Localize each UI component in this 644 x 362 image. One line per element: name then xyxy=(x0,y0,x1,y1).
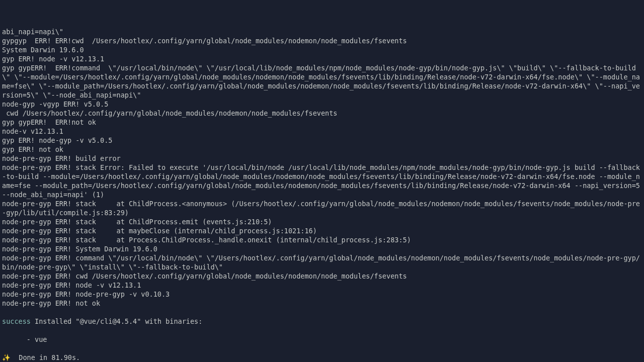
output-line: node-gyp -vgyp ERR! v5.0.5 xyxy=(2,100,642,109)
output-line: node-pre-gyp ERR! stack Error: Failed to… xyxy=(2,163,642,199)
output-line: gyp ERR! node -v v12.13.1 xyxy=(2,54,642,63)
output-line: node-pre-gyp ERR! stack at ChildProcess.… xyxy=(2,199,642,217)
success-message: Installed "@vue/cli@4.5.4" with binaries… xyxy=(31,317,202,325)
output-line: node-pre-gyp ERR! not ok xyxy=(2,299,642,308)
terminal-output[interactable]: abi_napi=napi\"gypgyp ERR! ERR!cwd /User… xyxy=(0,0,644,362)
output-line: node-pre-gyp ERR! node-pre-gyp -v v0.10.… xyxy=(2,290,642,299)
terminal-scrollback: abi_napi=napi\"gypgyp ERR! ERR!cwd /User… xyxy=(2,27,642,308)
output-line: abi_napi=napi\" xyxy=(2,27,642,36)
output-line: node-pre-gyp ERR! command \"/usr/local/b… xyxy=(2,253,642,272)
done-line: ✨ Done in 81.90s. xyxy=(2,353,642,362)
output-line: node-pre-gyp ERR! stack at maybeClose (i… xyxy=(2,226,642,235)
done-text: Done in 81.90s. xyxy=(11,353,80,361)
output-line: cwd /Users/hootlex/.config/yarn/global/n… xyxy=(2,109,642,118)
output-line: node-pre-gyp ERR! System Darwin 19.6.0 xyxy=(2,244,642,253)
output-line: node-pre-gyp ERR! build error xyxy=(2,154,642,163)
output-line: gyp ERR! node-gyp -v v5.0.5 xyxy=(2,136,642,145)
binary-line: - vue xyxy=(2,335,642,344)
sparkle-icon: ✨ xyxy=(2,353,11,361)
output-line: gyp ERR! not ok xyxy=(2,145,642,154)
output-line: gyp gypERR! ERR!command \"/usr/local/bin… xyxy=(2,63,642,100)
output-line: node-pre-gyp ERR! stack at ChildProcess.… xyxy=(2,217,642,226)
success-label: success xyxy=(2,317,31,325)
output-line: node-pre-gyp ERR! stack at Process.Child… xyxy=(2,235,642,244)
output-line: node-v v12.13.1 xyxy=(2,127,642,136)
output-line: gyp gypERR! ERR!not ok xyxy=(2,118,642,127)
success-line: success Installed "@vue/cli@4.5.4" with … xyxy=(2,317,642,326)
output-line: System Darwin 19.6.0 xyxy=(2,45,642,54)
output-line: node-pre-gyp ERR! node -v v12.13.1 xyxy=(2,281,642,290)
output-line: node-pre-gyp ERR! cwd /Users/hootlex/.co… xyxy=(2,272,642,281)
output-line: gypgyp ERR! ERR!cwd /Users/hootlex/.conf… xyxy=(2,36,642,45)
